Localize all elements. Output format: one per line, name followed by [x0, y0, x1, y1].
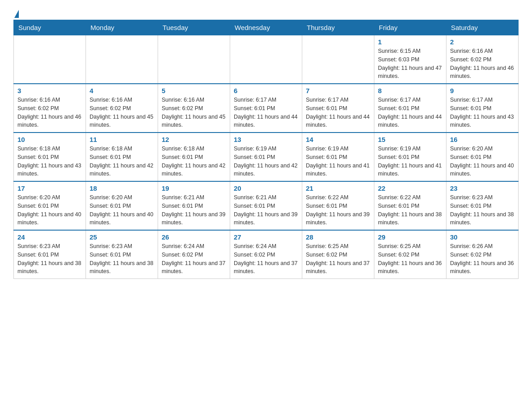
day-cell: 8Sunrise: 6:17 AMSunset: 6:01 PMDaylight… [374, 84, 446, 133]
day-number: 19 [162, 184, 226, 192]
weekday-header-row: SundayMondayTuesdayWednesdayThursdayFrid… [14, 20, 519, 35]
weekday-header-wednesday: Wednesday [230, 20, 302, 35]
day-number: 26 [162, 233, 226, 241]
day-cell: 4Sunrise: 6:16 AMSunset: 6:02 PMDaylight… [86, 84, 158, 133]
day-info: Sunrise: 6:17 AMSunset: 6:01 PMDaylight:… [234, 96, 298, 129]
day-info: Sunrise: 6:25 AMSunset: 6:02 PMDaylight:… [378, 242, 442, 276]
day-info: Sunrise: 6:25 AMSunset: 6:02 PMDaylight:… [306, 242, 370, 276]
day-number: 8 [378, 87, 442, 94]
day-cell: 22Sunrise: 6:22 AMSunset: 6:01 PMDayligh… [374, 181, 446, 230]
day-cell: 10Sunrise: 6:18 AMSunset: 6:01 PMDayligh… [14, 133, 86, 181]
day-info: Sunrise: 6:26 AMSunset: 6:02 PMDaylight:… [450, 242, 515, 276]
weekday-header-saturday: Saturday [446, 20, 519, 35]
day-number: 6 [234, 87, 298, 94]
day-info: Sunrise: 6:20 AMSunset: 6:01 PMDaylight:… [17, 193, 82, 227]
day-info: Sunrise: 6:20 AMSunset: 6:01 PMDaylight:… [90, 193, 154, 227]
day-info: Sunrise: 6:16 AMSunset: 6:02 PMDaylight:… [162, 96, 226, 129]
calendar-table: SundayMondayTuesdayWednesdayThursdayFrid… [13, 20, 519, 279]
day-info: Sunrise: 6:18 AMSunset: 6:01 PMDaylight:… [90, 145, 154, 178]
day-number: 20 [234, 184, 298, 192]
day-info: Sunrise: 6:21 AMSunset: 6:01 PMDaylight:… [162, 193, 226, 227]
day-cell: 18Sunrise: 6:20 AMSunset: 6:01 PMDayligh… [86, 181, 158, 230]
weekday-header-thursday: Thursday [302, 20, 374, 35]
day-number: 23 [450, 184, 515, 192]
day-cell: 12Sunrise: 6:18 AMSunset: 6:01 PMDayligh… [158, 133, 230, 181]
day-cell [158, 35, 230, 84]
day-number: 15 [378, 136, 442, 143]
day-cell: 3Sunrise: 6:16 AMSunset: 6:02 PMDaylight… [14, 84, 86, 133]
day-cell: 2Sunrise: 6:16 AMSunset: 6:02 PMDaylight… [446, 35, 519, 84]
day-number: 27 [234, 233, 298, 241]
day-cell: 19Sunrise: 6:21 AMSunset: 6:01 PMDayligh… [158, 181, 230, 230]
day-cell: 30Sunrise: 6:26 AMSunset: 6:02 PMDayligh… [446, 230, 519, 279]
day-info: Sunrise: 6:22 AMSunset: 6:01 PMDaylight:… [378, 193, 442, 227]
week-row-4: 24Sunrise: 6:23 AMSunset: 6:01 PMDayligh… [14, 230, 519, 279]
day-cell: 1Sunrise: 6:15 AMSunset: 6:03 PMDaylight… [374, 35, 446, 84]
day-info: Sunrise: 6:20 AMSunset: 6:01 PMDaylight:… [450, 145, 515, 178]
weekday-header-monday: Monday [86, 20, 158, 35]
day-number: 14 [306, 136, 370, 143]
day-cell: 6Sunrise: 6:17 AMSunset: 6:01 PMDaylight… [230, 84, 302, 133]
day-number: 12 [162, 136, 226, 143]
day-number: 3 [17, 87, 82, 94]
day-cell [302, 35, 374, 84]
day-info: Sunrise: 6:19 AMSunset: 6:01 PMDaylight:… [378, 145, 442, 178]
day-info: Sunrise: 6:15 AMSunset: 6:03 PMDaylight:… [378, 47, 442, 81]
day-number: 17 [17, 184, 82, 192]
day-cell: 14Sunrise: 6:19 AMSunset: 6:01 PMDayligh… [302, 133, 374, 181]
day-number: 22 [378, 184, 442, 192]
day-number: 28 [306, 233, 370, 241]
day-cell: 9Sunrise: 6:17 AMSunset: 6:01 PMDaylight… [446, 84, 519, 133]
day-number: 25 [90, 233, 154, 241]
week-row-0: 1Sunrise: 6:15 AMSunset: 6:03 PMDaylight… [14, 35, 519, 84]
day-info: Sunrise: 6:23 AMSunset: 6:01 PMDaylight:… [17, 242, 82, 276]
day-number: 10 [17, 136, 82, 143]
day-cell: 17Sunrise: 6:20 AMSunset: 6:01 PMDayligh… [14, 181, 86, 230]
day-cell: 27Sunrise: 6:24 AMSunset: 6:02 PMDayligh… [230, 230, 302, 279]
day-info: Sunrise: 6:22 AMSunset: 6:01 PMDaylight:… [306, 193, 370, 227]
day-info: Sunrise: 6:17 AMSunset: 6:01 PMDaylight:… [378, 96, 442, 129]
day-cell: 24Sunrise: 6:23 AMSunset: 6:01 PMDayligh… [14, 230, 86, 279]
day-info: Sunrise: 6:17 AMSunset: 6:01 PMDaylight:… [306, 96, 370, 129]
day-cell: 13Sunrise: 6:19 AMSunset: 6:01 PMDayligh… [230, 133, 302, 181]
day-info: Sunrise: 6:23 AMSunset: 6:01 PMDaylight:… [450, 193, 515, 227]
day-cell: 28Sunrise: 6:25 AMSunset: 6:02 PMDayligh… [302, 230, 374, 279]
day-info: Sunrise: 6:19 AMSunset: 6:01 PMDaylight:… [234, 145, 298, 178]
day-cell: 7Sunrise: 6:17 AMSunset: 6:01 PMDaylight… [302, 84, 374, 133]
day-info: Sunrise: 6:18 AMSunset: 6:01 PMDaylight:… [162, 145, 226, 178]
week-row-3: 17Sunrise: 6:20 AMSunset: 6:01 PMDayligh… [14, 181, 519, 230]
day-number: 5 [162, 87, 226, 94]
day-cell: 20Sunrise: 6:21 AMSunset: 6:01 PMDayligh… [230, 181, 302, 230]
day-cell: 16Sunrise: 6:20 AMSunset: 6:01 PMDayligh… [446, 133, 519, 181]
day-cell: 23Sunrise: 6:23 AMSunset: 6:01 PMDayligh… [446, 181, 519, 230]
day-info: Sunrise: 6:19 AMSunset: 6:01 PMDaylight:… [306, 145, 370, 178]
day-number: 9 [450, 87, 515, 94]
day-number: 29 [378, 233, 442, 241]
logo-triangle-icon [14, 10, 19, 18]
day-number: 13 [234, 136, 298, 143]
day-info: Sunrise: 6:16 AMSunset: 6:02 PMDaylight:… [17, 96, 82, 129]
weekday-header-friday: Friday [374, 20, 446, 35]
day-cell [86, 35, 158, 84]
day-cell: 29Sunrise: 6:25 AMSunset: 6:02 PMDayligh… [374, 230, 446, 279]
weekday-header-sunday: Sunday [14, 20, 86, 35]
day-info: Sunrise: 6:18 AMSunset: 6:01 PMDaylight:… [17, 145, 82, 178]
header [13, 9, 519, 15]
day-cell: 5Sunrise: 6:16 AMSunset: 6:02 PMDaylight… [158, 84, 230, 133]
day-info: Sunrise: 6:21 AMSunset: 6:01 PMDaylight:… [234, 193, 298, 227]
day-number: 7 [306, 87, 370, 94]
day-number: 1 [378, 38, 442, 46]
day-number: 24 [17, 233, 82, 241]
day-info: Sunrise: 6:17 AMSunset: 6:01 PMDaylight:… [450, 96, 515, 129]
day-number: 16 [450, 136, 515, 143]
day-cell: 26Sunrise: 6:24 AMSunset: 6:02 PMDayligh… [158, 230, 230, 279]
day-cell [230, 35, 302, 84]
day-cell: 21Sunrise: 6:22 AMSunset: 6:01 PMDayligh… [302, 181, 374, 230]
logo [13, 9, 19, 15]
day-info: Sunrise: 6:23 AMSunset: 6:01 PMDaylight:… [90, 242, 154, 276]
day-cell: 15Sunrise: 6:19 AMSunset: 6:01 PMDayligh… [374, 133, 446, 181]
day-number: 11 [90, 136, 154, 143]
day-info: Sunrise: 6:16 AMSunset: 6:02 PMDaylight:… [90, 96, 154, 129]
day-number: 18 [90, 184, 154, 192]
day-number: 21 [306, 184, 370, 192]
